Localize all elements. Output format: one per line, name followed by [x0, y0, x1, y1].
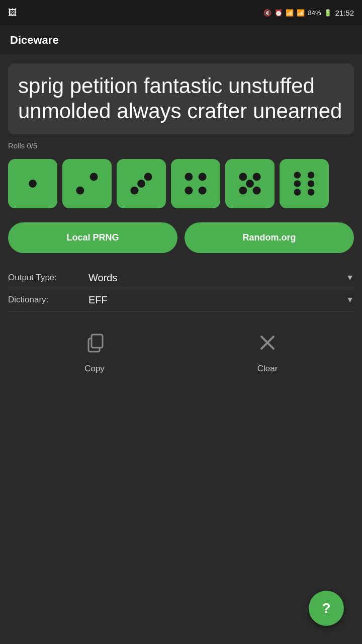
die-3-svg	[124, 167, 158, 201]
alarm-icon: ⏰	[275, 9, 283, 17]
svg-point-7	[199, 173, 207, 181]
password-box: sprig petition fantastic unstuffed unmol…	[8, 63, 354, 134]
battery-level: 84%	[308, 9, 321, 17]
app-bar: Diceware	[0, 25, 362, 55]
svg-point-6	[185, 173, 193, 181]
status-bar: 🖼 🔇 ⏰ 📶 📶 84% 🔋 21:52	[0, 0, 362, 25]
svg-point-10	[239, 173, 247, 181]
svg-point-20	[308, 189, 315, 196]
die-6[interactable]	[280, 159, 329, 208]
svg-point-17	[294, 180, 301, 187]
action-buttons: Copy Clear	[8, 332, 354, 374]
clock: 21:52	[335, 9, 354, 17]
help-icon: ?	[322, 600, 330, 616]
svg-point-12	[246, 180, 254, 188]
svg-point-2	[76, 186, 84, 194]
status-bar-left: 🖼	[8, 8, 17, 18]
svg-point-1	[90, 173, 98, 181]
rolls-indicator: Rolls 0/5	[8, 141, 354, 150]
die-1-svg	[16, 167, 50, 201]
svg-point-19	[294, 189, 301, 196]
wifi-icon: 📶	[286, 9, 294, 17]
signal-icon: 📶	[297, 9, 305, 17]
clear-icon	[256, 332, 279, 359]
svg-point-8	[185, 186, 193, 194]
output-type-row[interactable]: Output Type: Words ▼	[8, 267, 354, 289]
svg-point-18	[308, 180, 315, 187]
die-2-svg	[70, 167, 104, 201]
svg-point-14	[253, 186, 261, 194]
dictionary-value: EFF	[88, 294, 346, 306]
dictionary-dropdown-icon: ▼	[346, 295, 354, 304]
dictionary-row[interactable]: Dictionary: EFF ▼	[8, 289, 354, 311]
dictionary-label: Dictionary:	[8, 295, 88, 305]
dice-container	[8, 159, 354, 208]
svg-point-16	[308, 172, 315, 179]
die-5[interactable]	[225, 159, 275, 208]
random-org-button[interactable]: Random.org	[185, 222, 354, 253]
app-title: Diceware	[10, 34, 59, 47]
copy-label: Copy	[84, 364, 105, 374]
die-4[interactable]	[171, 159, 220, 208]
svg-point-9	[199, 186, 207, 194]
die-2[interactable]	[62, 159, 112, 208]
svg-point-5	[130, 186, 138, 194]
clear-button[interactable]: Clear	[256, 332, 279, 374]
die-4-svg	[178, 167, 213, 201]
svg-point-0	[29, 180, 37, 188]
output-type-label: Output Type:	[8, 273, 88, 283]
die-5-svg	[233, 167, 267, 201]
svg-point-11	[253, 173, 261, 181]
output-type-value: Words	[88, 272, 346, 284]
main-content: sprig petition fantastic unstuffed unmol…	[0, 55, 362, 382]
battery-icon: 🔋	[324, 9, 332, 17]
local-prng-button[interactable]: Local PRNG	[8, 222, 177, 253]
clear-label: Clear	[257, 364, 278, 374]
die-3[interactable]	[117, 159, 166, 208]
settings-section: Output Type: Words ▼ Dictionary: EFF ▼	[8, 267, 354, 311]
svg-point-15	[294, 172, 301, 179]
status-icons: 🔇 ⏰ 📶 📶 84% 🔋 21:52	[263, 9, 354, 17]
help-fab[interactable]: ?	[309, 591, 344, 626]
copy-icon	[83, 332, 106, 359]
mute-icon: 🔇	[263, 9, 272, 17]
die-1[interactable]	[8, 159, 57, 208]
buttons-row: Local PRNG Random.org	[8, 222, 354, 253]
output-type-dropdown-icon: ▼	[346, 273, 354, 282]
copy-button[interactable]: Copy	[83, 332, 106, 374]
svg-point-13	[239, 186, 247, 194]
svg-rect-22	[92, 335, 103, 348]
die-6-svg	[287, 167, 321, 201]
svg-point-4	[137, 180, 145, 188]
password-text: sprig petition fantastic unstuffed unmol…	[18, 73, 344, 124]
svg-point-3	[144, 173, 152, 181]
